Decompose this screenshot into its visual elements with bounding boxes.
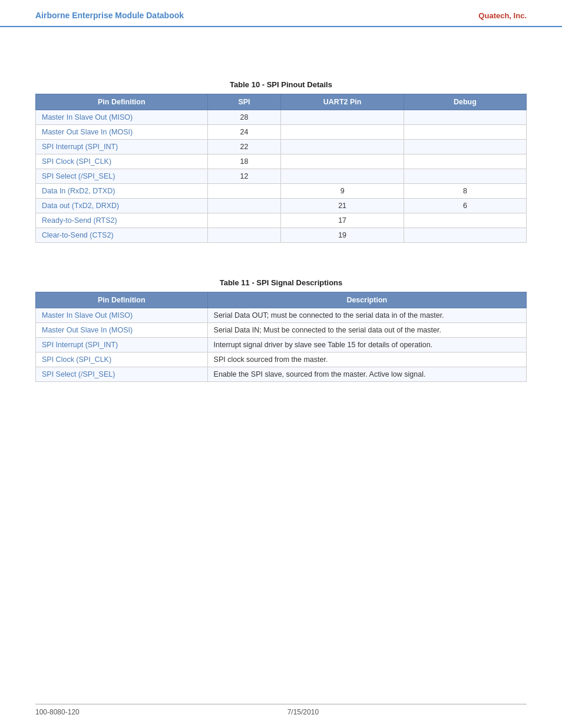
- spi-cell: [207, 213, 281, 228]
- debug-cell: [404, 110, 526, 125]
- spi-cell: [207, 184, 281, 199]
- header-company: Quatech, Inc.: [478, 11, 527, 20]
- table-row: SPI Select (/SPI_SEL) 12: [36, 169, 527, 184]
- table11: Pin Definition Description Master In Sla…: [35, 292, 527, 382]
- table10-title: Table 10 - SPI Pinout Details: [35, 80, 527, 89]
- uart2-cell: 21: [281, 199, 404, 213]
- table-row: SPI Interrupt (SPI_INT) Interrupt signal…: [36, 338, 527, 353]
- pin-cell: Data out (TxD2, DRXD): [36, 199, 208, 213]
- table-row: SPI Clock (SPI_CLK) SPI clock sourced fr…: [36, 353, 527, 367]
- header: Airborne Enterprise Module Databook Quat…: [0, 0, 562, 27]
- table-row: SPI Select (/SPI_SEL) Enable the SPI sla…: [36, 367, 527, 382]
- spi-cell: 22: [207, 140, 281, 154]
- pin-cell: SPI Interrupt (SPI_INT): [36, 140, 208, 154]
- table-row: Master In Slave Out (MISO) Serial Data O…: [36, 308, 527, 323]
- table-row: Master In Slave Out (MISO) 28: [36, 110, 527, 125]
- debug-cell: [404, 125, 526, 140]
- table10-col-uart: UART2 Pin: [281, 94, 404, 110]
- table-row: Clear-to-Send (CTS2) 19: [36, 228, 527, 243]
- pin-cell: Clear-to-Send (CTS2): [36, 228, 208, 243]
- uart2-cell: [281, 110, 404, 125]
- pin-cell: Master Out Slave In (MOSI): [36, 125, 208, 140]
- debug-cell: [404, 169, 526, 184]
- desc-cell: Interrupt signal driver by slave see Tab…: [207, 338, 526, 353]
- table10-col-spi: SPI: [207, 94, 281, 110]
- spi-cell: [207, 199, 281, 213]
- pin-cell: SPI Clock (SPI_CLK): [36, 353, 208, 367]
- page: Airborne Enterprise Module Databook Quat…: [0, 0, 562, 728]
- pin-cell: Ready-to-Send (RTS2): [36, 213, 208, 228]
- table-row: SPI Clock (SPI_CLK) 18: [36, 154, 527, 169]
- table-row: Master Out Slave In (MOSI) Serial Data I…: [36, 323, 527, 338]
- header-title: Airborne Enterprise Module Databook: [35, 11, 184, 20]
- debug-cell: [404, 228, 526, 243]
- pin-cell: Master In Slave Out (MISO): [36, 110, 208, 125]
- pin-cell: SPI Clock (SPI_CLK): [36, 154, 208, 169]
- table10: Pin Definition SPI UART2 Pin Debug Maste…: [35, 94, 527, 243]
- table-row: Ready-to-Send (RTS2) 17: [36, 213, 527, 228]
- uart2-cell: 9: [281, 184, 404, 199]
- debug-cell: [404, 140, 526, 154]
- pin-cell: SPI Select (/SPI_SEL): [36, 367, 208, 382]
- table10-col-debug: Debug: [404, 94, 526, 110]
- footer-left: 100-8080-120: [35, 708, 80, 716]
- spi-cell: 28: [207, 110, 281, 125]
- pin-cell: Master In Slave Out (MISO): [36, 308, 208, 323]
- desc-cell: Enable the SPI slave, sourced from the m…: [207, 367, 526, 382]
- desc-cell: Serial Data OUT; must be connected to th…: [207, 308, 526, 323]
- spi-cell: [207, 228, 281, 243]
- table-row: SPI Interrupt (SPI_INT) 22: [36, 140, 527, 154]
- pin-cell: Data In (RxD2, DTXD): [36, 184, 208, 199]
- debug-cell: 6: [404, 199, 526, 213]
- spacer-mid: [35, 249, 527, 261]
- uart2-cell: [281, 169, 404, 184]
- footer: 100-8080-120 7/15/2010: [35, 704, 527, 716]
- pin-cell: Master Out Slave In (MOSI): [36, 323, 208, 338]
- uart2-cell: [281, 140, 404, 154]
- desc-cell: SPI clock sourced from the master.: [207, 353, 526, 367]
- pin-cell: SPI Select (/SPI_SEL): [36, 169, 208, 184]
- table11-col-desc: Description: [207, 292, 526, 308]
- debug-cell: [404, 154, 526, 169]
- spacer-top: [35, 39, 527, 62]
- pin-cell: SPI Interrupt (SPI_INT): [36, 338, 208, 353]
- spi-cell: 12: [207, 169, 281, 184]
- uart2-cell: 19: [281, 228, 404, 243]
- table-row: Data In (RxD2, DTXD) 9 8: [36, 184, 527, 199]
- uart2-cell: [281, 125, 404, 140]
- debug-cell: [404, 213, 526, 228]
- main-content: Table 10 - SPI Pinout Details Pin Defini…: [0, 27, 562, 400]
- spi-cell: 18: [207, 154, 281, 169]
- footer-center: 7/15/2010: [287, 708, 319, 716]
- uart2-cell: 17: [281, 213, 404, 228]
- spi-cell: 24: [207, 125, 281, 140]
- table11-col-pin: Pin Definition: [36, 292, 208, 308]
- table10-col-pin: Pin Definition: [36, 94, 208, 110]
- uart2-cell: [281, 154, 404, 169]
- debug-cell: 8: [404, 184, 526, 199]
- table-row: Data out (TxD2, DRXD) 21 6: [36, 199, 527, 213]
- desc-cell: Serial Data IN; Must be connected to the…: [207, 323, 526, 338]
- table-row: Master Out Slave In (MOSI) 24: [36, 125, 527, 140]
- table11-title: Table 11 - SPI Signal Descriptions: [35, 278, 527, 287]
